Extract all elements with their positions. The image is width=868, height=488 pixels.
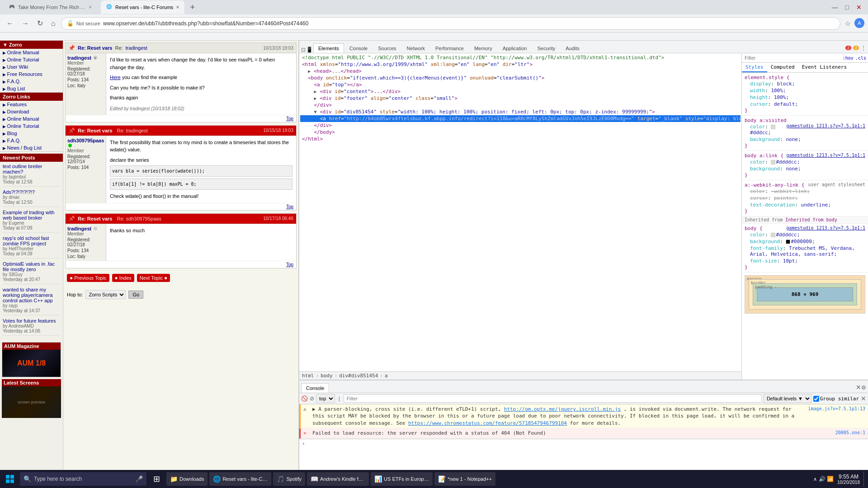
post-title-5[interactable]: OptimialE values in .fac file mostly zer… [3,261,60,272]
maximize-button[interactable]: □ [843,3,852,12]
styles-tab-computed[interactable]: Computed [767,63,798,72]
minimize-button[interactable]: — [829,3,841,12]
html-line-doctype[interactable]: <!doctype html PUBLIC "-//W3C//DTD XHTML… [300,54,741,61]
post-title-3[interactable]: Example of trading with web based broker [3,210,60,221]
devtools-tab-elements[interactable]: Elements [313,43,344,53]
post-title-1[interactable]: text outline breiter machen? [3,164,60,174]
tray-up-arrow[interactable]: ∧ [813,476,817,482]
profile-button[interactable]: A [854,18,864,28]
breadcrumb-a[interactable]: a [385,373,388,379]
taskbar-app-chrome[interactable]: 🌐 Reset vars - lite-C F... [209,472,271,486]
back-button[interactable]: ← [4,19,16,28]
post2-top-link[interactable]: Top [286,204,293,209]
styles-filter-input[interactable] [744,54,841,61]
taskbar-clock[interactable]: 9:55 AM 10/20/2018 [835,474,862,485]
address-bar[interactable]: 🔓 Not secure www.opserver.de/ubb7/ubbthr… [61,17,840,30]
post3-top-link[interactable]: Top [286,262,293,267]
html-line-a-redirect[interactable]: <a href="http://b4ob05wrx4ftelsbuz.kf.ab… [300,115,741,122]
console-filter-button[interactable]: ⊘ [310,395,314,402]
breadcrumb-body[interactable]: body [321,373,333,379]
elements-panel[interactable]: <!doctype html PUBLIC "-//W3C//DTD XHTML… [299,53,741,371]
devtools-bottom-tab-console[interactable]: Console [301,383,329,393]
hop-go-button[interactable]: Go [128,291,143,299]
devtools-tab-performance[interactable]: Performance [430,43,469,53]
console-group-similar-label[interactable]: Group similar [813,396,859,402]
console-filter-input[interactable] [344,394,762,403]
sidebar-item-news-bug-list[interactable]: News / Bug List [0,144,63,151]
html-line-div851454[interactable]: ▼ <div id="div851454" style="width: 100%… [300,108,741,115]
html-line-html[interactable]: <html xmlns="http://www.w3.org/1999/xhtm… [300,61,741,68]
taskbar-app-spotify[interactable]: 🎵 Spotify [273,472,305,486]
post3-title[interactable]: Re: Reset vars [78,216,112,221]
console-input[interactable] [307,441,865,446]
link-source[interactable]: gamestudio 1213.s?v=7.5.1p1:1 [786,153,865,158]
sidebar-item-download[interactable]: Download [0,108,63,115]
html-line-div-footer-close[interactable]: </div> [300,102,741,108]
devtools-tab-memory[interactable]: Memory [469,43,497,53]
warning-entry-file[interactable]: image.js?v=7.5.1p1:13 [808,406,865,427]
devtools-tab-sources[interactable]: Sources [373,43,401,53]
post1-username[interactable]: tradingest ○ [67,55,104,61]
post-title-2[interactable]: Ads?!?!?!?!?!? [3,189,60,195]
bookmark-button[interactable]: ☆ [843,18,853,29]
post-title-4[interactable]: rayp's old school fast zombie FPS projec… [3,235,60,246]
sidebar-item-features[interactable]: Features [0,101,63,108]
sidebar-item-online-tutorial-1[interactable]: Online Tutorial [0,56,63,63]
console-panel-close[interactable]: ✕ [861,395,866,402]
taskbar-search[interactable]: 🔍 Type here to search 🎤 [20,472,146,486]
previous-topic-button[interactable]: ● Previous Topic [67,274,109,282]
devtools-inspect-button[interactable]: ⊡ [301,47,306,53]
post1-author[interactable]: tradingest [126,45,147,51]
next-topic-button[interactable]: Next Topic ● [137,274,170,282]
styles-filter-pseudo[interactable]: :hov [843,56,854,61]
sidebar-item-online-manual-1[interactable]: Online Manual [0,49,63,56]
forward-button[interactable]: → [19,19,32,28]
breadcrumb-html[interactable]: html [302,373,314,379]
screen-thumbnail[interactable]: screen preview [2,386,61,418]
devtools-device-button[interactable]: 📱 [306,47,313,53]
sidebar-item-faq[interactable]: F.A.Q. [0,137,63,144]
post-title-7[interactable]: Votes for future features [3,318,60,324]
sidebar-item-blog[interactable]: Blog [0,130,63,137]
html-line-head[interactable]: ▶ <head>...</head> [300,68,741,75]
devtools-close-button[interactable]: ✕ [856,384,861,393]
post1-title[interactable]: Re: Reset vars [78,45,112,51]
show-desktop-button[interactable] [863,471,866,487]
taskbar-app-file-explorer[interactable]: 📁 Downloads [166,472,208,486]
console-clear-button[interactable]: 🚫 [301,395,308,402]
warning-link2[interactable]: https://www.chromestatus.com/feature/571… [408,420,567,426]
close-window-button[interactable]: ✕ [854,3,864,12]
error-entry-file[interactable]: 20005.one:1 [835,430,865,436]
html-line-body[interactable]: <body onclick="if(event.which==3){clearM… [300,75,741,81]
taskbar-app-notepad[interactable]: 📝 *new 1 - Notepad++ [434,472,495,486]
html-line-a-top[interactable]: <a id="top"></a> [300,81,741,88]
tab-take-money[interactable]: 🎮 Take Money From The Rich And × [4,0,97,14]
breadcrumb-div[interactable]: div#div851454 [339,373,378,379]
taskbar-app-kindle[interactable]: 📖 Andrew's Kindle for... [307,472,369,486]
post-title-6[interactable]: wanted to share my working player/camera… [3,287,60,303]
post3-username[interactable]: tradingest [67,226,104,231]
tab2-close[interactable]: × [176,4,179,10]
start-button[interactable] [2,471,18,487]
devtools-tab-network[interactable]: Network [402,43,430,53]
tab1-close[interactable]: × [89,4,92,10]
devtools-settings-button[interactable]: ⚙ [861,385,866,393]
visited-source[interactable]: gamestudio 1213.s?v=7.5.1p1:1 [786,123,865,128]
taskbar-app-etf[interactable]: 📊 US ETFs in Europe -... [371,472,433,486]
sidebar-item-bug-list-1[interactable]: Bug List [0,85,63,92]
home-button[interactable]: ⌂ [48,19,58,28]
sidebar-item-faq-1[interactable]: F.A.Q. [0,78,63,85]
warning-link1[interactable]: http://om.optx.me/jquery.iscroll.min.js [504,406,621,412]
post1-here-link[interactable]: Here [110,75,121,80]
devtools-tab-application[interactable]: Application [498,43,532,53]
devtools-tab-console[interactable]: Console [344,43,373,53]
sidebar-item-user-wiki[interactable]: User Wiki [0,63,63,70]
console-level-select[interactable]: Default levels ▼ [764,394,811,403]
body-source[interactable]: gamestudio 1213.s?v=7.5.1p1:1 [786,225,865,230]
styles-tab-event-listeners[interactable]: Event Listeners [798,63,850,72]
sidebar-item-online-tutorial[interactable]: Online Tutorial [0,122,63,130]
devtools-tab-audits[interactable]: Audits [561,43,585,53]
html-line-div-footer[interactable]: ▶ <div id="footer" align="center" class=… [300,95,741,102]
post2-title[interactable]: Re: Reset vars [78,128,112,133]
tab-reset-vars[interactable]: 🌐 Reset vars - lite-C Forums × [101,0,184,14]
